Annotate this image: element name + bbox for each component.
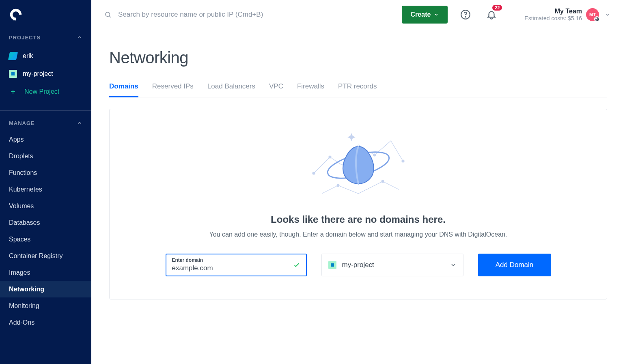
- sidebar-item-databases[interactable]: Databases: [0, 214, 91, 231]
- domain-field[interactable]: Enter domain: [166, 254, 307, 276]
- projects-section-label: PROJECTS: [9, 34, 41, 41]
- sidebar-item-kubernetes[interactable]: Kubernetes: [0, 181, 91, 198]
- tab-reserved-ips[interactable]: Reserved IPs: [152, 82, 194, 97]
- svg-point-3: [106, 12, 110, 17]
- digitalocean-logo-icon: [9, 8, 23, 22]
- manage-list: Apps Droplets Functions Kubernetes Volum…: [0, 131, 91, 339]
- create-button[interactable]: Create: [402, 6, 448, 24]
- project-label: erik: [23, 52, 33, 60]
- create-button-label: Create: [411, 11, 431, 18]
- avatar-initials: MT: [589, 12, 596, 17]
- svg-rect-1: [11, 16, 13, 18]
- add-domain-button-label: Add Domain: [496, 261, 534, 269]
- sidebar-item-spaces[interactable]: Spaces: [0, 231, 91, 248]
- new-project-label: New Project: [24, 88, 59, 95]
- logo-area[interactable]: [0, 0, 91, 29]
- search-icon: [104, 11, 112, 18]
- chevron-down-icon: [605, 12, 610, 17]
- add-domain-form: Enter domain my-project Add Domain: [134, 254, 582, 276]
- team-cost: Estimated costs: $5.16: [524, 15, 582, 22]
- svg-rect-2: [11, 15, 12, 16]
- notification-badge: 22: [492, 5, 502, 11]
- project-icon: [328, 261, 336, 269]
- chevron-down-icon: [450, 262, 457, 268]
- bell-icon: [486, 9, 497, 20]
- help-button[interactable]: [457, 6, 474, 23]
- plus-icon: +: [9, 88, 17, 96]
- manage-section-label: MANAGE: [9, 120, 35, 126]
- sidebar-item-addons[interactable]: Add-Ons: [0, 314, 91, 331]
- search-input[interactable]: [117, 10, 397, 19]
- team-switcher[interactable]: My Team Estimated costs: $5.16 MT: [524, 8, 610, 22]
- content: Networking Domains Reserved IPs Load Bal…: [91, 29, 625, 364]
- svg-point-11: [381, 180, 384, 183]
- topbar: Create 22 My Team Estimated costs: $5.16: [91, 0, 625, 29]
- check-icon: [293, 261, 300, 269]
- tab-load-balancers[interactable]: Load Balancers: [207, 82, 255, 97]
- topbar-separator: [512, 7, 512, 22]
- sidebar-item-monitoring[interactable]: Monitoring: [0, 297, 91, 314]
- projects-section-toggle[interactable]: PROJECTS: [0, 29, 91, 45]
- help-icon: [460, 9, 471, 20]
- add-domain-button[interactable]: Add Domain: [478, 254, 551, 276]
- project-item-erik[interactable]: erik: [0, 47, 91, 65]
- avatar: MT: [586, 8, 599, 21]
- empty-subtitle: You can add one easily, though. Enter a …: [134, 231, 582, 238]
- sidebar-divider: [0, 110, 91, 111]
- svg-point-8: [373, 154, 376, 156]
- search-wrap: [104, 10, 397, 19]
- notifications-button[interactable]: 22: [483, 6, 500, 23]
- new-project-button[interactable]: + New Project: [0, 83, 91, 101]
- project-icon: [9, 70, 17, 78]
- tabs: Domains Reserved IPs Load Balancers VPC …: [109, 82, 607, 97]
- chevron-down-icon: [434, 12, 439, 17]
- empty-title: Looks like there are no domains here.: [134, 214, 582, 225]
- sidebar-item-functions[interactable]: Functions: [0, 164, 91, 181]
- sidebar-item-networking[interactable]: Networking: [0, 281, 91, 297]
- sidebar-item-droplets[interactable]: Droplets: [0, 148, 91, 164]
- project-select-value: my-project: [342, 261, 374, 269]
- project-label: my-project: [23, 70, 53, 78]
- project-item-my-project[interactable]: my-project: [0, 65, 91, 83]
- sidebar-item-images[interactable]: Images: [0, 264, 91, 281]
- svg-point-9: [402, 160, 404, 162]
- page-title: Networking: [109, 49, 607, 67]
- project-icon: [8, 52, 18, 60]
- svg-point-7: [329, 156, 331, 158]
- svg-point-6: [312, 172, 315, 174]
- sidebar: PROJECTS erik my-project + New Project M…: [0, 0, 91, 364]
- domain-field-label: Enter domain: [172, 257, 203, 263]
- svg-rect-0: [13, 18, 16, 20]
- team-text: My Team Estimated costs: $5.16: [524, 8, 582, 22]
- tab-firewalls[interactable]: Firewalls: [297, 82, 324, 97]
- avatar-secondary-icon: [594, 16, 600, 22]
- svg-point-5: [465, 16, 466, 17]
- manage-section-toggle[interactable]: MANAGE: [0, 115, 91, 131]
- project-select[interactable]: my-project: [321, 254, 463, 276]
- main-area: Create 22 My Team Estimated costs: $5.16: [91, 0, 625, 364]
- sidebar-item-volumes[interactable]: Volumes: [0, 198, 91, 214]
- team-name: My Team: [524, 8, 582, 15]
- projects-list: erik my-project + New Project: [0, 45, 91, 108]
- chevron-up-icon: [77, 120, 82, 126]
- sidebar-item-container-registry[interactable]: Container Registry: [0, 248, 91, 264]
- tab-domains[interactable]: Domains: [109, 82, 138, 97]
- domains-panel: Looks like there are no domains here. Yo…: [109, 109, 607, 299]
- chevron-up-icon: [77, 34, 82, 40]
- empty-illustration-icon: [306, 129, 411, 202]
- svg-point-10: [337, 184, 339, 187]
- sidebar-item-apps[interactable]: Apps: [0, 131, 91, 148]
- tab-ptr-records[interactable]: PTR records: [338, 82, 377, 97]
- tab-vpc[interactable]: VPC: [269, 82, 283, 97]
